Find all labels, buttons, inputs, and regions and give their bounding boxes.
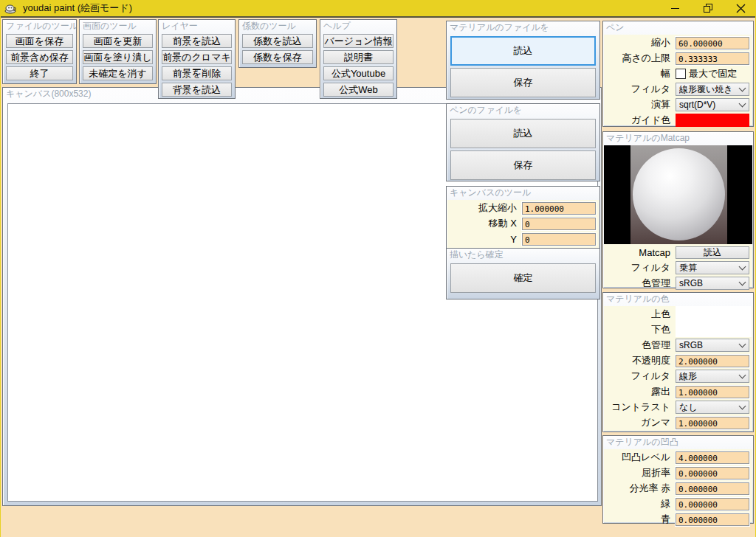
chevron-down-icon bbox=[739, 279, 746, 286]
pen-height-limit-label: 高さの上限 bbox=[604, 52, 676, 65]
official-web-button[interactable]: 公式Web bbox=[323, 83, 394, 97]
canvas-move-y-label: Y bbox=[447, 234, 522, 245]
gamma-input[interactable]: 1.000000 bbox=[676, 417, 749, 429]
chevron-down-icon bbox=[739, 403, 746, 410]
material-load-button[interactable]: 読込 bbox=[450, 36, 596, 66]
confirm-panel: 描いたら確定 確定 bbox=[446, 248, 600, 299]
manual-button[interactable]: 説明書 bbox=[323, 50, 394, 64]
save-with-foreground-button[interactable]: 前景含め保存 bbox=[6, 50, 73, 64]
restore-button[interactable] bbox=[692, 0, 724, 16]
coefficient-tools-panel: 係数のツール 係数を読込 係数を保存 bbox=[238, 19, 317, 68]
pen-filter-value: 線形覆い焼き bbox=[679, 83, 733, 96]
pen-guide-color-label: ガイド色 bbox=[604, 114, 676, 127]
window-title: youdai paint (絵画モード) bbox=[23, 1, 132, 15]
matcap-color-management-label: 色管理 bbox=[604, 277, 676, 290]
pen-title: ペン bbox=[603, 21, 753, 34]
save-screen-button[interactable]: 画面を保存 bbox=[6, 34, 73, 48]
pen-save-button[interactable]: 保存 bbox=[450, 150, 596, 180]
top-color-swatch[interactable] bbox=[676, 306, 752, 322]
pen-operation-select[interactable]: sqrt(D*V) bbox=[676, 98, 749, 111]
pen-height-limit-input[interactable]: 0.333333 bbox=[676, 52, 749, 65]
titlebar-divider bbox=[1, 16, 756, 18]
confirm-title: 描いたら確定 bbox=[447, 249, 599, 261]
exposure-label: 露出 bbox=[604, 385, 676, 398]
canvas-move-x-label: 移動 X bbox=[447, 217, 522, 230]
material-bump-panel: マテリアルの凹凸 凹凸レベル 4.000000 屈折率 0.000000 分光率… bbox=[602, 435, 754, 524]
chevron-down-icon bbox=[739, 85, 746, 92]
file-tools-title: ファイルのツール bbox=[3, 20, 76, 32]
gamma-label: ガンマ bbox=[604, 416, 676, 429]
color-filter-label: フィルタ bbox=[604, 370, 676, 383]
fill-screen-button[interactable]: 画面を塗り潰し bbox=[83, 50, 153, 64]
material-color-panel: マテリアルの色 上色 下色 色管理 sRGB 不透明度 bbox=[602, 292, 754, 432]
refraction-input[interactable]: 0.000000 bbox=[676, 467, 749, 479]
pen-guide-color-swatch[interactable] bbox=[676, 114, 749, 127]
material-file-panel: マテリアルのファイルを 読込 保存 bbox=[446, 21, 600, 100]
minimize-button[interactable] bbox=[659, 0, 692, 16]
matcap-sphere bbox=[633, 148, 725, 240]
delete-foreground-button[interactable]: 前景を削除 bbox=[162, 66, 232, 80]
matcap-color-management-select[interactable]: sRGB bbox=[676, 277, 749, 290]
foreground-chromakey-button[interactable]: 前景のクロマキー bbox=[162, 50, 232, 64]
erase-unconfirmed-button[interactable]: 未確定を消す bbox=[83, 66, 153, 80]
help-title: ヘルプ bbox=[320, 20, 396, 32]
save-coefficients-button[interactable]: 係数を保存 bbox=[242, 50, 313, 64]
chevron-down-icon bbox=[739, 372, 746, 379]
material-save-button[interactable]: 保存 bbox=[450, 68, 596, 97]
bottom-color-label: 下色 bbox=[604, 323, 676, 336]
screen-tools-title: 画面のツール bbox=[80, 20, 156, 32]
refresh-screen-button[interactable]: 画面を更新 bbox=[83, 34, 153, 48]
canvas-tools-title: キャンバスのツール bbox=[447, 187, 599, 199]
canvas-move-x-input[interactable]: 0 bbox=[522, 218, 596, 230]
load-coefficients-button[interactable]: 係数を読込 bbox=[242, 34, 313, 48]
contrast-label: コントラスト bbox=[604, 401, 676, 414]
pen-operation-value: sqrt(D*V) bbox=[679, 100, 715, 110]
version-info-button[interactable]: バージョン情報 bbox=[323, 34, 394, 48]
opacity-label: 不透明度 bbox=[604, 354, 676, 367]
contrast-value: なし bbox=[679, 401, 698, 414]
matcap-filter-label: フィルタ bbox=[604, 261, 676, 274]
spectral-blue-input[interactable]: 0.000000 bbox=[676, 513, 749, 526]
canvas-scale-input[interactable]: 1.000000 bbox=[522, 202, 596, 215]
pen-filter-select[interactable]: 線形覆い焼き bbox=[676, 83, 749, 96]
app-window: youdai paint (絵画モード) キャンバス(800x532) bbox=[0, 0, 756, 537]
spectral-green-label: 緑 bbox=[604, 497, 676, 510]
chevron-down-icon bbox=[739, 100, 746, 108]
pen-shrink-input[interactable]: 60.000000 bbox=[676, 37, 749, 49]
color-filter-value: 線形 bbox=[679, 370, 697, 383]
app-icon bbox=[4, 3, 17, 14]
load-background-button[interactable]: 背景を読込 bbox=[162, 83, 232, 97]
canvas-tools-panel: キャンバスのツール 拡大縮小 1.000000 移動 X 0 Y 0 bbox=[446, 186, 600, 251]
official-youtube-button[interactable]: 公式Youtube bbox=[323, 66, 394, 80]
bump-level-input[interactable]: 4.000000 bbox=[676, 451, 749, 464]
pen-width-label: 幅 bbox=[604, 67, 676, 80]
close-button[interactable] bbox=[724, 0, 756, 16]
refraction-label: 屈折率 bbox=[604, 466, 676, 479]
pen-width-fixed-checkbox[interactable] bbox=[676, 69, 686, 79]
exposure-input[interactable]: 1.000000 bbox=[676, 386, 749, 398]
load-foreground-button[interactable]: 前景を読込 bbox=[162, 34, 232, 48]
matcap-preview-image bbox=[604, 145, 752, 244]
confirm-button[interactable]: 確定 bbox=[450, 263, 596, 293]
pen-load-button[interactable]: 読込 bbox=[450, 119, 596, 148]
spectral-green-input[interactable]: 0.000000 bbox=[676, 498, 749, 510]
pen-panel: ペン 縮小 60.000000 高さの上限 0.333333 幅 最大で固定 フ… bbox=[602, 21, 754, 127]
matcap-color-management-value: sRGB bbox=[679, 278, 703, 288]
opacity-input[interactable]: 2.000000 bbox=[676, 355, 749, 367]
matcap-load-button[interactable]: 読込 bbox=[676, 246, 749, 259]
chevron-down-icon bbox=[739, 341, 746, 348]
exit-button[interactable]: 終了 bbox=[6, 66, 73, 80]
spectral-red-input[interactable]: 0.000000 bbox=[676, 482, 749, 495]
matcap-filter-select[interactable]: 乗算 bbox=[676, 261, 749, 274]
canvas-move-y-input[interactable]: 0 bbox=[522, 233, 596, 246]
color-filter-select[interactable]: 線形 bbox=[676, 370, 749, 383]
matcap-panel: マテリアルのMatcap Matcap 読込 フィルタ 乗算 bbox=[602, 131, 754, 288]
bump-level-label: 凹凸レベル bbox=[604, 451, 676, 464]
screen-tools-panel: 画面のツール 画面を更新 画面を塗り潰し 未確定を消す bbox=[79, 19, 157, 84]
title-bar: youdai paint (絵画モード) bbox=[1, 0, 756, 16]
bottom-color-swatch[interactable] bbox=[676, 322, 752, 337]
contrast-select[interactable]: なし bbox=[676, 401, 749, 414]
layer-title: レイヤー bbox=[159, 20, 235, 32]
color-management-select[interactable]: sRGB bbox=[676, 339, 749, 352]
matcap-gradient-background bbox=[630, 145, 727, 244]
